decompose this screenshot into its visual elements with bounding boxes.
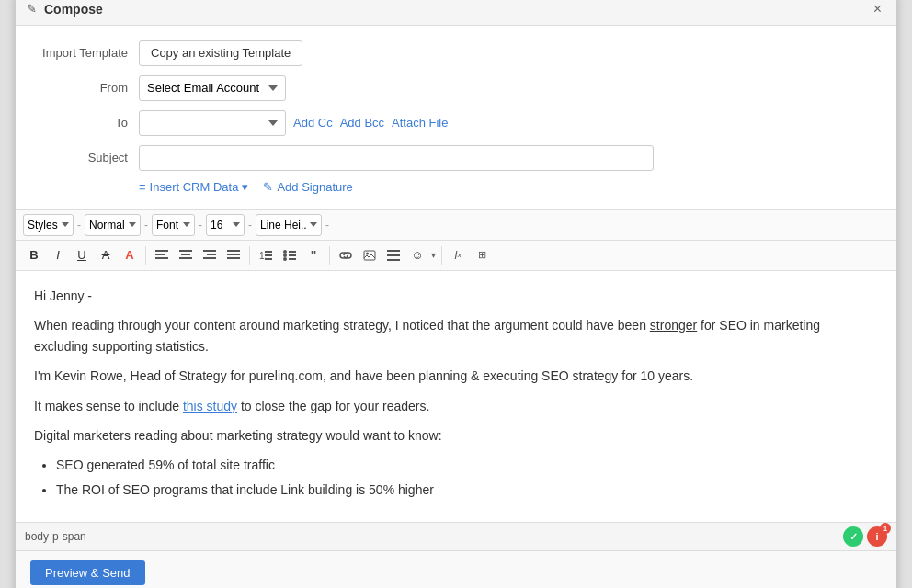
align-text-button[interactable] — [382, 244, 405, 266]
font-color-button[interactable]: A — [119, 244, 141, 266]
from-row: From Select Email Account — [38, 75, 874, 101]
green-status-icon: ✓ — [843, 526, 863, 547]
bold-button[interactable]: B — [23, 244, 45, 266]
font-dash: - — [199, 219, 202, 232]
compose-modal: ✎ Compose × Import Template Copy an exis… — [15, 0, 897, 588]
svg-point-22 — [283, 257, 287, 261]
image-button[interactable] — [359, 244, 381, 266]
green-icon-symbol: ✓ — [849, 531, 858, 543]
ordered-list-button[interactable]: 1. — [255, 244, 277, 266]
this-study-link[interactable]: this study — [183, 399, 237, 413]
bullet-item-2: The ROI of SEO programs that include Lin… — [56, 480, 878, 500]
subject-row: Subject — [38, 145, 874, 171]
paragraph4: Digital marketers reading about marketin… — [34, 425, 878, 446]
source-button[interactable]: ⊞ — [471, 244, 493, 266]
svg-rect-24 — [289, 254, 296, 256]
svg-rect-29 — [387, 254, 400, 256]
to-label: To — [38, 116, 139, 130]
svg-rect-8 — [203, 250, 216, 252]
editor-toolbar-top: Styles - Normal - Font - 16 - — [16, 210, 896, 241]
svg-rect-17 — [265, 251, 272, 253]
red-icon-symbol: i — [875, 531, 878, 542]
styles-select[interactable]: Styles — [23, 214, 74, 236]
editor-toolbar-bottom: B I U A A 1. " — [16, 241, 896, 271]
svg-rect-19 — [265, 258, 272, 260]
svg-rect-9 — [207, 254, 216, 255]
bullet-item-1: SEO generated 59% of total site traffic — [56, 455, 878, 475]
svg-rect-6 — [179, 257, 192, 259]
status-icons: ✓ i 1 — [843, 526, 887, 547]
signature-icon: ✎ — [263, 180, 273, 194]
underline-button[interactable]: U — [71, 244, 93, 266]
size-group: 16 - — [206, 214, 254, 236]
subject-label: Subject — [38, 151, 139, 164]
to-select[interactable] — [139, 110, 286, 136]
unordered-list-button[interactable] — [279, 244, 301, 266]
font-select[interactable]: Font — [152, 214, 195, 236]
svg-point-27 — [366, 252, 369, 254]
stronger-word: stronger — [650, 318, 697, 333]
normal-dash: - — [144, 219, 148, 232]
add-cc-link[interactable]: Add Cc — [293, 116, 333, 130]
sep4 — [441, 246, 442, 265]
svg-rect-23 — [289, 251, 296, 253]
modal-header-left: ✎ Compose — [27, 2, 103, 17]
strikethrough-button[interactable]: A — [95, 244, 117, 266]
tag-body: body — [25, 530, 49, 543]
svg-rect-1 — [155, 254, 165, 255]
subject-input[interactable] — [139, 145, 654, 171]
paragraph3: It makes sense to include this study to … — [34, 396, 878, 416]
modal-header: ✎ Compose × — [16, 0, 896, 26]
lineheight-select[interactable]: Line Hei... — [256, 214, 322, 236]
insert-crm-button[interactable]: ≡ Insert CRM Data ▾ — [139, 180, 248, 194]
svg-point-21 — [283, 254, 287, 257]
svg-rect-25 — [289, 258, 296, 260]
from-select[interactable]: Select Email Account — [139, 75, 286, 101]
insert-crm-label: Insert CRM Data — [150, 180, 239, 194]
svg-rect-14 — [227, 257, 240, 259]
emoji-chevron: ▾ — [431, 250, 436, 260]
svg-rect-26 — [364, 251, 375, 260]
format-select[interactable]: Normal — [85, 214, 141, 236]
tag-p: p — [52, 530, 59, 543]
chevron-down-icon: ▾ — [242, 180, 248, 194]
editor-content[interactable]: Hi Jenny - When reading through your con… — [16, 271, 896, 522]
format-group: Normal - — [85, 214, 150, 236]
emoji-button[interactable]: ☺ — [406, 244, 428, 266]
to-link-actions: Add Cc Add Bcc Attach File — [293, 116, 448, 130]
lineheight-dash: - — [325, 219, 329, 232]
styles-group: Styles - — [23, 214, 83, 236]
import-template-button[interactable]: Copy an existing Template — [139, 40, 302, 66]
from-select-wrapper: Select Email Account — [139, 75, 286, 101]
greeting-line: Hi Jenny - — [34, 286, 878, 306]
add-signature-label: Add Signature — [277, 180, 352, 194]
list-icon: ≡ — [139, 180, 146, 194]
styles-dash: - — [77, 219, 81, 232]
modal-footer: Preview & Send — [16, 550, 896, 588]
justify-button[interactable] — [222, 244, 245, 266]
sep1 — [145, 246, 146, 265]
paragraph2: I'm Kevin Rowe, Head of Strategy for pur… — [34, 366, 878, 386]
preview-send-button[interactable]: Preview & Send — [30, 560, 145, 585]
svg-rect-10 — [203, 257, 216, 259]
size-dash: - — [248, 219, 252, 232]
align-center-button[interactable] — [175, 244, 197, 266]
editor-status-bar: body p span ✓ i 1 — [16, 522, 896, 550]
align-right-button[interactable] — [199, 244, 221, 266]
blockquote-button[interactable]: " — [302, 244, 325, 266]
font-group: Font - — [152, 214, 204, 236]
align-left-button[interactable] — [151, 244, 173, 266]
add-bcc-link[interactable]: Add Bcc — [340, 116, 384, 130]
import-template-row: Import Template Copy an existing Templat… — [38, 40, 874, 66]
svg-point-20 — [283, 250, 287, 254]
status-tags: body p span — [25, 530, 86, 543]
attach-file-link[interactable]: Attach File — [392, 116, 448, 130]
add-signature-button[interactable]: ✎ Add Signature — [263, 180, 352, 194]
clear-format-button[interactable]: Ix — [447, 244, 469, 266]
link-button[interactable] — [335, 244, 357, 266]
sep3 — [329, 246, 330, 265]
import-template-label: Import Template — [38, 46, 139, 60]
close-button[interactable]: × — [870, 1, 885, 17]
size-select[interactable]: 16 — [206, 214, 245, 236]
italic-button[interactable]: I — [47, 244, 69, 266]
